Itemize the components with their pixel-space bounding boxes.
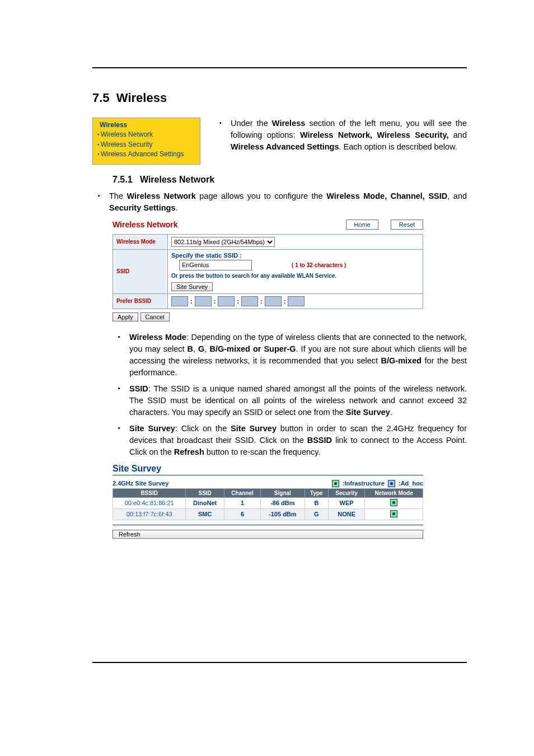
bssid-octet-4[interactable] [241,296,258,306]
description-list: Wireless Mode: Depending on the type of … [113,332,467,458]
cell-security: WEP [329,497,365,508]
desc-wireless-mode: Wireless Mode: Depending on the type of … [113,332,467,379]
reset-button[interactable]: Reset [391,220,423,230]
menu-item-advanced[interactable]: Wireless Advanced Settings [97,150,195,159]
prefer-bssid-inputs: : : : : : [171,296,419,306]
cell-channel: 6 [224,508,261,520]
ssid-input[interactable] [179,260,252,270]
cell-security: NONE [329,508,365,520]
menu-item-security[interactable]: Wireless Security [97,140,195,150]
bssid-octet-1[interactable] [171,296,188,306]
bssid-octet-2[interactable] [195,296,212,306]
cell-network-mode [365,508,423,520]
cell-channel: 1 [224,497,261,508]
cancel-button[interactable]: Cancel [140,312,170,321]
apply-button[interactable]: Apply [113,312,138,321]
site-survey-title: Site Survey [113,464,423,475]
th-channel: Channel [224,488,261,497]
wireless-menu: Wireless Wireless Network Wireless Secur… [92,118,200,165]
legend-adhoc-icon [388,480,395,487]
section-number: 7.5 [92,91,110,105]
bssid-octet-5[interactable] [265,296,282,306]
bssid-octet-6[interactable] [288,296,305,306]
cell-signal: -86 dBm [261,497,305,508]
table-row: 00:e0:4c:81:86:21 DinoNet 1 -86 dBm B WE… [113,497,423,508]
subsection-heading: 7.5.1 Wireless Network [113,175,467,185]
cell-bssid[interactable]: 00:e0:4c:81:86:21 [113,497,186,508]
cell-bssid[interactable]: 00:13:f7:7c:6f:43 [113,508,186,520]
site-survey-legend: :Infrastructure :Ad_hoc [332,480,423,487]
menu-item-network[interactable]: Wireless Network [97,130,195,139]
cell-ssid: DinoNet [186,497,224,508]
infrastructure-icon [390,510,397,517]
ssid-specify-text: Specify the static SSID : [171,252,419,259]
home-button[interactable]: Home [346,220,378,230]
subsection-number: 7.5.1 [113,175,133,184]
th-network-mode: Network Mode [365,488,423,497]
site-survey-table: BSSID SSID Channel Signal Type Security … [113,488,423,520]
cell-signal: -105 dBm [261,508,305,520]
cell-ssid: SMC [186,508,224,520]
th-ssid: SSID [186,488,224,497]
section-title: Wireless [116,91,167,105]
ssid-label: SSID [113,249,168,293]
cell-type: G [305,508,328,520]
wireless-mode-select[interactable]: 802.11b/g Mixed (2GHz/54Mbps) [171,237,275,247]
section-heading: 7.5 Wireless [92,91,467,105]
legend-infrastructure-icon [332,480,339,487]
site-survey-button[interactable]: Site Survey [171,282,213,291]
refresh-button[interactable]: Refresh [113,530,423,539]
subsection-intro-list: The Wireless Network page allows you to … [92,190,467,214]
subsection-intro: The Wireless Network page allows you to … [92,190,467,214]
th-security: Security [329,488,365,497]
panel-title: Wireless Network [113,220,178,229]
subsection-title: Wireless Network [140,175,214,184]
desc-site-survey: Site Survey: Click on the Site Survey bu… [113,423,467,458]
prefer-bssid-label: Prefer BSSID [113,293,168,309]
cell-type: B [305,497,328,508]
table-row: 00:13:f7:7c:6f:43 SMC 6 -105 dBm G NONE [113,508,423,520]
infrastructure-icon [390,499,397,506]
ssid-char-limit: ( 1 to 32 characters ) [292,262,346,268]
desc-ssid: SSID: The SSID is a unique named shared … [113,383,467,418]
site-survey-subtitle: 2.4GHz Site Survey [113,480,168,487]
bssid-octet-3[interactable] [218,296,235,306]
site-survey-panel: Site Survey 2.4GHz Site Survey :Infrastr… [113,464,423,539]
ssid-or-text: Or press the button to search for any av… [171,273,419,279]
wireless-mode-label: Wireless Mode [113,234,168,249]
intro-paragraph: Under the Wireless section of the left m… [214,118,467,153]
wireless-network-panel: Wireless Network Home Reset Wireless Mod… [113,220,423,321]
cell-network-mode [365,497,423,508]
th-type: Type [305,488,328,497]
menu-title: Wireless [97,120,195,130]
th-bssid: BSSID [113,488,186,497]
th-signal: Signal [261,488,305,497]
